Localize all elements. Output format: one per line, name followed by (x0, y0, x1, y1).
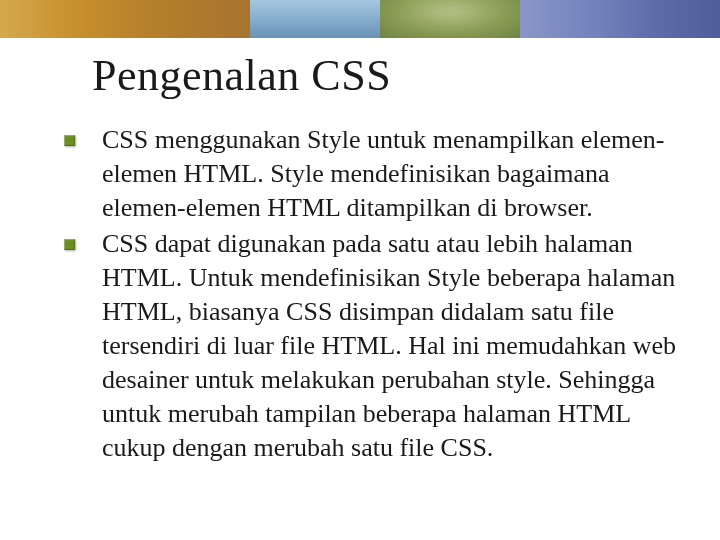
square-bullet-icon (64, 239, 75, 250)
list-item: CSS dapat digunakan pada satu atau lebih… (40, 227, 692, 465)
list-item-text: CSS dapat digunakan pada satu atau lebih… (102, 229, 676, 462)
slide-title: Pengenalan CSS (92, 50, 692, 101)
decorative-banner (0, 0, 720, 38)
banner-segment (0, 0, 250, 38)
slide-content: Pengenalan CSS CSS menggunakan Style unt… (0, 50, 720, 467)
banner-segment (380, 0, 520, 38)
banner-segment (250, 0, 380, 38)
banner-segment (520, 0, 720, 38)
list-item-text: CSS menggunakan Style untuk menampilkan … (102, 125, 665, 222)
bullet-list: CSS menggunakan Style untuk menampilkan … (40, 123, 692, 465)
square-bullet-icon (64, 135, 75, 146)
list-item: CSS menggunakan Style untuk menampilkan … (40, 123, 692, 225)
